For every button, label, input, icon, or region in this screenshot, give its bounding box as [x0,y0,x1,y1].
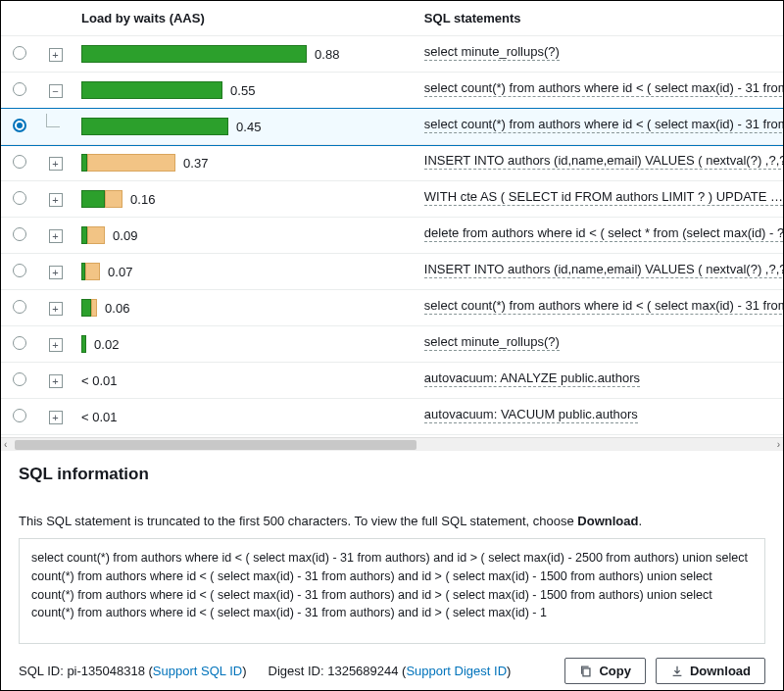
col-header-load[interactable]: Load by waits (AAS) [74,1,416,36]
sql-statement-link[interactable]: select count(*) from authors where id < … [424,80,783,97]
sql-statement-link[interactable]: select minute_rollups(?) [424,44,560,61]
sql-text-box[interactable]: select count(*) from authors where id < … [19,538,765,644]
table-row[interactable]: 0.45select count(*) from authors where i… [1,109,783,145]
row-radio[interactable] [13,82,26,96]
sql-load-table: Load by waits (AAS) SQL statements 0.88s… [1,1,783,435]
svg-rect-0 [583,667,590,675]
load-bar [81,335,86,353]
load-value: 0.16 [130,192,155,207]
load-value: 0.09 [113,228,137,243]
load-value: 0.06 [105,301,129,316]
download-icon [670,665,684,678]
table-row[interactable]: < 0.01autovacuum: VACUUM public.authors [1,399,783,435]
expand-icon[interactable] [49,157,63,171]
expand-icon[interactable] [49,411,63,424]
row-radio[interactable] [13,227,26,241]
expand-icon[interactable] [49,229,63,243]
table-row[interactable]: 0.88select minute_rollups(?) [1,36,783,73]
row-radio[interactable] [13,336,26,350]
expand-icon[interactable] [49,338,63,352]
load-value: 0.02 [94,337,119,352]
load-value: 0.37 [183,156,208,171]
table-row[interactable]: 0.37INSERT INTO authors (id,name,email) … [1,145,783,181]
sql-statement-link[interactable]: select count(*) from authors where id < … [424,298,783,315]
col-header-expand [37,1,74,36]
table-row[interactable]: 0.16WITH cte AS ( SELECT id FROM authors… [1,181,783,218]
sql-statement-link[interactable]: autovacuum: VACUUM public.authors [424,407,638,423]
row-radio[interactable] [13,264,26,277]
load-value: < 0.01 [81,410,118,424]
scroll-thumb[interactable] [15,440,416,450]
row-radio[interactable] [13,46,26,60]
load-value: 0.45 [236,120,261,134]
load-bar [81,45,307,63]
table-row[interactable]: < 0.01autovacuum: ANALYZE public.authors [1,363,783,399]
load-value: 0.07 [108,265,132,279]
table-row[interactable]: 0.02select minute_rollups(?) [1,326,783,363]
load-bar [81,154,175,172]
sql-information-panel: SQL information This SQL statement is tr… [1,451,783,691]
expand-icon[interactable] [49,266,63,279]
row-radio[interactable] [13,300,26,314]
col-header-select [1,1,37,36]
sql-statement-link[interactable]: delete from authors where id < ( select … [424,225,783,242]
load-bar [81,118,228,135]
table-row[interactable]: 0.55select count(*) from authors where i… [1,73,783,109]
sql-id: SQL ID: pi-135048318 (Support SQL ID) [19,664,247,678]
sql-statement-link[interactable]: WITH cte AS ( SELECT id FROM authors LIM… [424,189,783,206]
load-bar [81,263,100,280]
row-radio[interactable] [13,409,26,422]
support-sql-id-link[interactable]: Support SQL ID [153,664,242,678]
collapse-icon[interactable] [49,84,63,98]
load-bar [81,226,105,244]
table-row[interactable]: 0.09delete from authors where id < ( sel… [1,218,783,254]
child-connector-icon [46,114,60,127]
expand-icon[interactable] [49,302,63,316]
table-row[interactable]: 0.07INSERT INTO authors (id,name,email) … [1,254,783,290]
load-bar [81,190,122,208]
sql-statement-link[interactable]: INSERT INTO authors (id,name,email) VALU… [424,262,783,278]
sql-load-table-wrap[interactable]: Load by waits (AAS) SQL statements 0.88s… [1,1,783,437]
load-bar [81,81,222,99]
col-header-sql[interactable]: SQL statements [416,1,783,36]
load-value: < 0.01 [81,373,118,388]
sql-statement-link[interactable]: select count(*) from authors where id < … [424,117,783,133]
sql-statement-link[interactable]: INSERT INTO authors (id,name,email) VALU… [424,153,783,170]
table-row[interactable]: 0.06select count(*) from authors where i… [1,290,783,326]
truncation-note: This SQL statement is truncated to the f… [19,514,765,528]
expand-icon[interactable] [49,193,63,207]
load-bar [81,299,97,317]
row-radio[interactable] [13,372,26,386]
row-radio[interactable] [13,155,26,169]
row-radio[interactable] [13,119,26,132]
sql-statement-link[interactable]: autovacuum: ANALYZE public.authors [424,370,640,387]
expand-icon[interactable] [49,48,63,62]
sql-statement-link[interactable]: select minute_rollups(?) [424,334,560,351]
copy-icon [579,665,593,678]
horizontal-scrollbar[interactable] [1,437,783,451]
info-footer: SQL ID: pi-135048318 (Support SQL ID) Di… [19,658,765,684]
row-radio[interactable] [13,191,26,205]
expand-icon[interactable] [49,374,63,388]
digest-id: Digest ID: 1325689244 (Support Digest ID… [269,664,512,678]
download-button[interactable]: Download [656,658,765,684]
load-value: 0.88 [315,47,339,62]
load-value: 0.55 [230,83,255,98]
copy-button[interactable]: Copy [564,658,646,684]
support-digest-id-link[interactable]: Support Digest ID [406,664,507,678]
sql-information-title: SQL information [19,465,765,484]
